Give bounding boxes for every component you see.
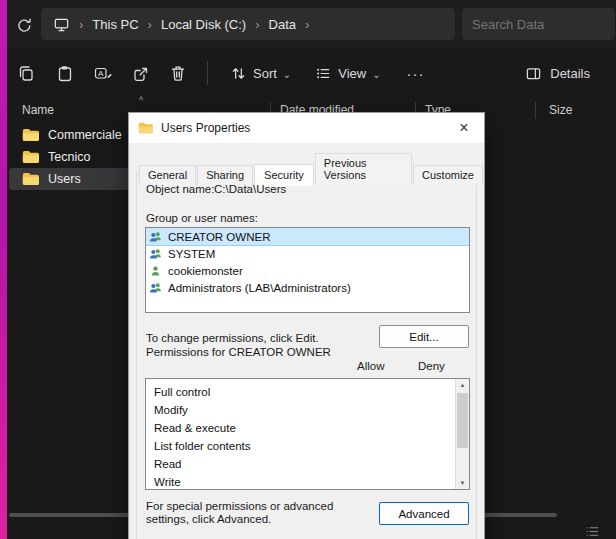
change-permissions-text: To change permissions, click Edit. — [146, 332, 319, 344]
folder-icon — [22, 150, 39, 164]
deny-column-label: Deny — [418, 360, 445, 372]
rename-button[interactable]: A — [83, 56, 121, 90]
file-explorer-window: › This PC › Local Disk (C:) › Data › — [0, 0, 616, 539]
group-icon — [149, 248, 162, 260]
principal-name: Administrators (LAB\Administrators) — [168, 282, 351, 294]
copy-icon — [17, 64, 35, 82]
view-button[interactable]: View ⌄ — [303, 56, 392, 90]
object-name-label: Object name: — [146, 183, 214, 195]
breadcrumb-chevron[interactable]: › — [305, 17, 309, 32]
folder-icon — [22, 128, 39, 142]
breadcrumb: › This PC › Local Disk (C:) › Data › — [41, 8, 455, 40]
principal-row-administrators[interactable]: Administrators (LAB\Administrators) — [146, 279, 469, 296]
paste-button[interactable] — [45, 56, 83, 90]
sort-icon — [230, 65, 247, 82]
principal-row-cookiemonster[interactable]: cookiemonster — [146, 262, 469, 279]
edit-button[interactable]: Edit... — [379, 325, 469, 348]
object-name-value: C:\Data\Users — [214, 183, 286, 195]
more-options-button[interactable]: ··· — [393, 65, 439, 82]
file-name: Tecnico — [48, 150, 90, 164]
details-view-icon[interactable] — [585, 524, 600, 539]
copy-button[interactable] — [7, 56, 45, 90]
tab-previous-versions[interactable]: Previous Versions — [315, 153, 412, 185]
file-name: Commerciale — [48, 128, 122, 142]
breadcrumb-chevron[interactable]: › — [79, 17, 83, 32]
permission-row-write[interactable]: Write — [146, 473, 469, 490]
file-name: Users — [48, 172, 81, 186]
group-icon — [149, 231, 162, 243]
accent-strip — [0, 0, 7, 539]
permissions-list: Full control Modify Read & execute List … — [145, 378, 470, 490]
group-user-list: CREATOR OWNER SYSTEM cookiemonster — [145, 227, 470, 313]
scrollbar-thumb[interactable] — [457, 393, 468, 448]
principal-name: SYSTEM — [168, 248, 215, 260]
scroll-down-icon[interactable]: ▼ — [456, 477, 469, 489]
principal-name: cookiemonster — [168, 265, 243, 277]
folder-icon — [22, 172, 39, 186]
breadcrumb-item-data[interactable]: Data — [269, 17, 296, 32]
refresh-button[interactable] — [13, 14, 35, 36]
refresh-icon — [16, 17, 33, 34]
permission-name: List folder contents — [154, 440, 251, 452]
share-icon — [131, 64, 149, 82]
rename-icon: A — [93, 64, 112, 82]
details-label: Details — [550, 66, 590, 81]
breadcrumb-item-local-disk[interactable]: Local Disk (C:) — [161, 17, 246, 32]
allow-column-label: Allow — [357, 360, 384, 372]
sort-button[interactable]: Sort ⌄ — [218, 56, 303, 90]
sort-label: Sort — [253, 66, 277, 81]
scroll-up-icon[interactable]: ▲ — [456, 379, 469, 391]
share-button[interactable] — [121, 56, 159, 90]
breadcrumb-item-this-pc[interactable]: This PC — [92, 17, 138, 32]
paste-icon — [55, 64, 73, 82]
column-header-name[interactable]: Name — [22, 103, 54, 117]
dialog-tabs: General Sharing Security Previous Versio… — [139, 153, 484, 185]
dialog-title: Users Properties — [161, 121, 250, 135]
permissions-scrollbar[interactable]: ▲ ▼ — [455, 379, 469, 489]
view-icon — [315, 65, 332, 82]
column-divider[interactable] — [535, 102, 536, 119]
command-toolbar: A Sort ⌄ — [7, 50, 616, 96]
sort-ascending-indicator: ^ — [139, 95, 143, 105]
search-box[interactable] — [462, 8, 615, 40]
navigation-bar: › This PC › Local Disk (C:) › Data › — [7, 0, 616, 48]
column-header-size[interactable]: Size — [549, 103, 572, 117]
principal-row-creator-owner[interactable]: CREATOR OWNER — [146, 228, 469, 245]
breadcrumb-chevron[interactable]: › — [148, 17, 152, 32]
permission-name: Modify — [154, 404, 188, 416]
permission-row-modify[interactable]: Modify — [146, 401, 469, 419]
close-icon[interactable]: × — [453, 117, 475, 139]
folder-icon — [138, 122, 153, 134]
users-properties-dialog: Users Properties × General Sharing Secur… — [128, 112, 485, 539]
tab-sharing[interactable]: Sharing — [197, 165, 253, 185]
details-pane-button[interactable]: Details — [515, 59, 600, 88]
breadcrumb-chevron[interactable]: › — [255, 17, 259, 32]
search-input[interactable] — [472, 17, 616, 32]
chevron-down-icon: ⌄ — [372, 69, 380, 80]
permission-row-list-folder-contents[interactable]: List folder contents — [146, 437, 469, 455]
delete-button[interactable] — [159, 56, 197, 90]
view-label: View — [338, 66, 366, 81]
permission-row-read[interactable]: Read — [146, 455, 469, 473]
chevron-down-icon: ⌄ — [283, 69, 291, 80]
svg-text:A: A — [98, 69, 104, 78]
group-or-user-names-label: Group or user names: — [146, 212, 258, 224]
tab-customize[interactable]: Customize — [413, 165, 483, 185]
tab-general[interactable]: General — [139, 165, 196, 185]
advanced-button[interactable]: Advanced — [379, 502, 469, 525]
ellipsis-icon: ··· — [407, 65, 425, 82]
group-icon — [149, 282, 162, 294]
permission-name: Read & execute — [154, 422, 236, 434]
this-pc-icon — [53, 16, 70, 33]
permission-row-full-control[interactable]: Full control — [146, 383, 469, 401]
advanced-settings-text: For special permissions or advanced sett… — [146, 500, 368, 526]
details-pane-icon — [525, 65, 542, 82]
permission-name: Full control — [154, 386, 210, 398]
principal-name: CREATOR OWNER — [168, 231, 270, 243]
dialog-title-bar: Users Properties × — [129, 113, 484, 143]
permission-row-read-execute[interactable]: Read & execute — [146, 419, 469, 437]
trash-icon — [169, 64, 187, 82]
permission-name: Read — [154, 458, 182, 470]
toolbar-divider — [207, 61, 208, 85]
principal-row-system[interactable]: SYSTEM — [146, 245, 469, 262]
